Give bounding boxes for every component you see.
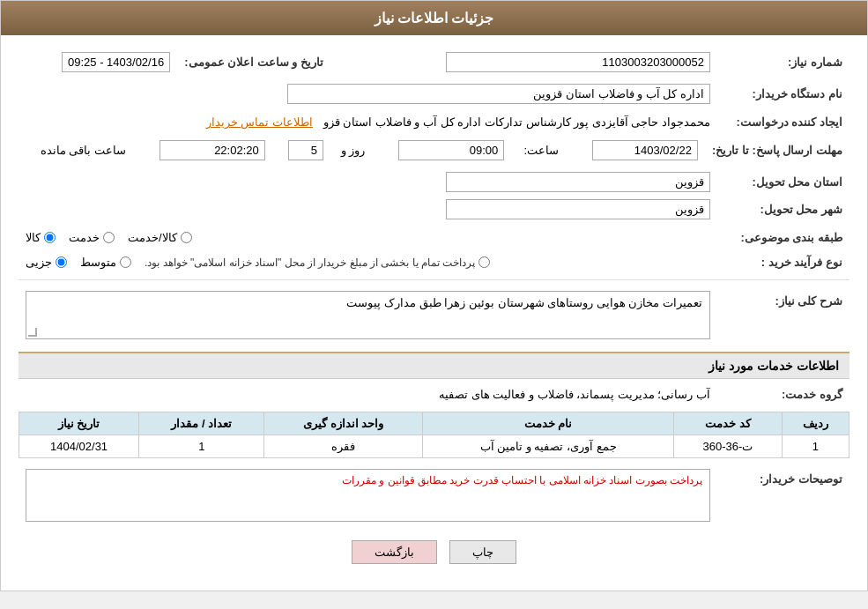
- send-deadline-row: مهلت ارسال پاسخ: تا تاریخ: 1403/02/22 سا…: [19, 137, 849, 164]
- creator-row: ایجاد کننده درخواست: محمدجواد حاجی آقایز…: [19, 112, 849, 132]
- need-desc-row: شرح کلی نیاز: تعمیرات مخازن هوایی روستاه…: [19, 287, 849, 343]
- service-group-label: گروه خدمت:: [717, 384, 849, 405]
- back-button[interactable]: بازگشت: [352, 540, 437, 564]
- cell-quantity: 1: [139, 435, 264, 458]
- send-days-input: 5: [288, 140, 323, 160]
- purchase-type-moderate: متوسط: [80, 256, 131, 269]
- category-khidmat-label: خدمت: [69, 231, 100, 244]
- service-group-text: آب رسانی؛ مدیریت پسماند، فاضلاب و فعالیت…: [439, 388, 710, 401]
- send-time-label: ساعت:: [511, 137, 563, 164]
- category-kala-radio[interactable]: [44, 232, 56, 243]
- service-table: ردیف کد خدمت نام خدمت واحد اندازه گیری ت…: [19, 412, 849, 458]
- purchase-type-eskenas-radio[interactable]: [479, 256, 490, 268]
- send-date-value: 1403/02/22: [563, 137, 705, 164]
- announcement-datetime-label: تاریخ و ساعت اعلان عمومی:: [177, 48, 330, 76]
- category-khidmat-radio[interactable]: [103, 232, 115, 243]
- purchase-type-label: نوع فرآیند خرید :: [717, 252, 849, 272]
- print-button[interactable]: چاپ: [449, 540, 516, 564]
- cell-date: 1404/02/31: [19, 435, 139, 458]
- city-delivery-value: قزوین: [19, 196, 717, 223]
- delivery-row: استان محل تحویل: قزوین شهر محل تحویل: قز…: [19, 168, 849, 223]
- buyer-desc-row: توصیحات خریدار: پرداخت بصورت اسناد خزانه…: [19, 465, 849, 525]
- buttons-row: چاپ بازگشت: [19, 530, 849, 577]
- send-remaining-label: ساعت باقی مانده: [19, 137, 130, 164]
- announcement-datetime-value: 1403/02/16 - 09:25: [19, 48, 177, 76]
- purchase-type-options: پرداخت تمام یا بخشی از مبلغ خریدار از مح…: [19, 252, 717, 272]
- purchase-type-moderate-radio[interactable]: [120, 256, 131, 268]
- col-quantity: تعداد / مقدار: [139, 412, 264, 435]
- buyer-desc-text: پرداخت بصورت اسناد خزانه اسلامی با احتسا…: [342, 474, 702, 486]
- cell-code: ت-36-360: [674, 435, 782, 458]
- col-name: نام خدمت: [422, 412, 673, 435]
- city-delivery-input: قزوین: [446, 199, 710, 219]
- service-table-header-row: ردیف کد خدمت نام خدمت واحد اندازه گیری ت…: [19, 412, 849, 435]
- purchase-type-minor: جزیی: [26, 256, 67, 269]
- need-desc-label: شرح کلی نیاز:: [717, 287, 849, 343]
- need-number-value: 1103003203000052: [357, 48, 717, 76]
- category-khidmat: خدمت: [69, 231, 115, 244]
- category-row: طبقه بندی موضوعی: کالا/خدمت خدمت: [19, 227, 849, 248]
- creator-value: محمدجواد حاجی آقایزدی پور کارشناس تدارکا…: [19, 112, 717, 132]
- buyer-org-row: نام دستگاه خریدار: اداره کل آب و فاضلاب …: [19, 80, 849, 108]
- col-unit: واحد اندازه گیری: [264, 412, 422, 435]
- category-kala-label: کالا: [26, 231, 41, 244]
- buyer-org-label: نام دستگاه خریدار:: [717, 80, 849, 108]
- category-kala-khidmat-label: کالا/خدمت: [128, 231, 177, 244]
- buyer-desc-label: توصیحات خریدار:: [717, 465, 849, 525]
- category-kala-khidmat: کالا/خدمت: [128, 231, 192, 244]
- need-number-input: 1103003203000052: [446, 52, 710, 72]
- resize-handle: [28, 328, 37, 337]
- cell-unit: فقره: [264, 435, 422, 458]
- cell-row: 1: [782, 435, 849, 458]
- creator-label: ایجاد کننده درخواست:: [717, 112, 849, 132]
- need-number-label: شماره نیاز:: [717, 48, 849, 76]
- category-label: طبقه بندی موضوعی:: [717, 227, 849, 248]
- province-delivery-label: استان محل تحویل:: [717, 168, 849, 196]
- send-time-input: 09:00: [398, 140, 504, 160]
- need-desc-value: تعمیرات مخازن هوایی روستاهای شهرستان بوئ…: [19, 287, 717, 343]
- service-info-title: اطلاعات خدمات مورد نیاز: [19, 352, 849, 379]
- page-header: جزئیات اطلاعات نیاز: [1, 1, 867, 35]
- purchase-type-moderate-label: متوسط: [80, 256, 116, 269]
- buyer-org-input: اداره کل آب و فاضلاب استان قزوین: [287, 84, 710, 104]
- col-code: کد خدمت: [674, 412, 782, 435]
- announcement-datetime-input: 1403/02/16 - 09:25: [62, 52, 170, 72]
- col-date: تاریخ نیاز: [19, 412, 139, 435]
- service-group-value: آب رسانی؛ مدیریت پسماند، فاضلاب و فعالیت…: [19, 384, 717, 405]
- send-remaining-input: 22:02:20: [160, 140, 265, 160]
- need-number-row: شماره نیاز: 1103003203000052 تاریخ و ساع…: [19, 48, 849, 76]
- buyer-desc-box: پرداخت بصورت اسناد خزانه اسلامی با احتسا…: [26, 469, 710, 522]
- buyer-org-value: اداره کل آب و فاضلاب استان قزوین: [19, 80, 717, 108]
- creator-link[interactable]: اطلاعات تماس خریدار: [206, 115, 313, 129]
- category-options: کالا/خدمت خدمت کالا: [19, 227, 717, 248]
- province-delivery-value: قزوین: [19, 168, 717, 196]
- send-date-input: 1403/02/22: [592, 140, 698, 160]
- purchase-type-note: پرداخت تمام یا بخشی از مبلغ خریدار از مح…: [145, 256, 475, 269]
- creator-name: محمدجواد حاجی آقایزدی پور کارشناس تدارکا…: [323, 115, 710, 129]
- need-desc-box: تعمیرات مخازن هوایی روستاهای شهرستان بوئ…: [26, 291, 710, 339]
- send-time-value: 09:00: [369, 137, 511, 164]
- service-group-row: گروه خدمت: آب رسانی؛ مدیریت پسماند، فاضل…: [19, 384, 849, 405]
- table-row: 1ت-36-360جمع آوری، تصفیه و تامین آبفقره1…: [19, 435, 849, 458]
- category-kala-khidmat-radio[interactable]: [181, 232, 192, 243]
- purchase-type-row: نوع فرآیند خرید : پرداخت تمام یا بخشی از…: [19, 252, 849, 272]
- send-days-value: 5: [272, 137, 330, 164]
- buyer-desc-value: پرداخت بصورت اسناد خزانه اسلامی با احتسا…: [19, 465, 717, 525]
- page-title: جزئیات اطلاعات نیاز: [375, 11, 494, 26]
- purchase-type-eskenas: پرداخت تمام یا بخشی از مبلغ خریدار از مح…: [145, 256, 490, 269]
- send-remaining-value: 22:02:20: [130, 137, 272, 164]
- main-content: شماره نیاز: 1103003203000052 تاریخ و ساع…: [1, 35, 867, 590]
- cell-name: جمع آوری، تصفیه و تامین آب: [422, 435, 673, 458]
- purchase-type-minor-label: جزیی: [26, 256, 52, 269]
- category-kala: کالا: [26, 231, 56, 244]
- province-delivery-input: قزوین: [446, 172, 710, 192]
- city-delivery-label: شهر محل تحویل:: [717, 196, 849, 223]
- send-deadline-label: مهلت ارسال پاسخ: تا تاریخ:: [705, 137, 849, 164]
- col-row: ردیف: [782, 412, 849, 435]
- send-days-label: روز و: [330, 137, 370, 164]
- need-desc-text: تعمیرات مخازن هوایی روستاهای شهرستان بوئ…: [346, 296, 702, 309]
- purchase-type-minor-radio[interactable]: [56, 256, 67, 268]
